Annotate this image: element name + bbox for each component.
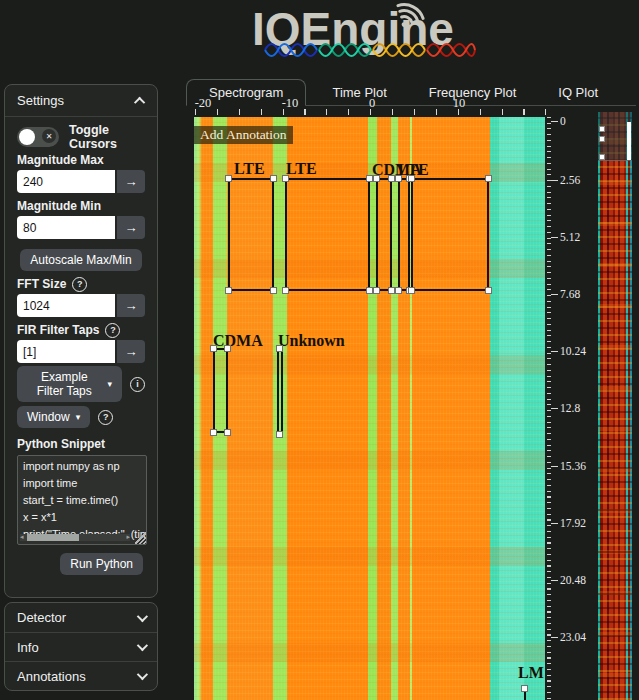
- minimap-scroll-bar[interactable]: [627, 122, 631, 160]
- minimap-handle[interactable]: [599, 126, 605, 132]
- annotation-handle[interactable]: [395, 287, 402, 294]
- annotation-box[interactable]: [285, 178, 370, 291]
- plot-tabs: Spectrogram Time Plot Frequency Plot IQ …: [186, 79, 636, 106]
- iqengine-app: IQEngine Settings: [0, 0, 639, 700]
- annotation-handle[interactable]: [270, 287, 277, 294]
- annotation-handle[interactable]: [282, 287, 289, 294]
- annotation-handle[interactable]: [282, 175, 289, 182]
- waterfall-minimap[interactable]: [598, 112, 632, 700]
- python-snippet-label: Python Snippet: [17, 437, 145, 451]
- arrow-right-icon: →: [125, 344, 138, 359]
- magnitude-max-input[interactable]: [17, 170, 115, 193]
- annotation-handle[interactable]: [408, 287, 415, 294]
- annotation-handle[interactable]: [485, 287, 492, 294]
- arrow-right-icon: →: [125, 220, 138, 235]
- panel-info-label: Info: [17, 640, 39, 655]
- window-label: Window: [27, 410, 70, 424]
- help-icon[interactable]: ?: [98, 410, 113, 425]
- annotation-handle[interactable]: [210, 345, 217, 352]
- y-axis-tick-label: 5.12: [551, 231, 580, 243]
- annotation-label[interactable]: LM: [518, 665, 544, 681]
- annotation-box[interactable]: [376, 178, 392, 291]
- annotation-label[interactable]: LTE: [234, 161, 265, 177]
- example-filter-taps-label: Example Filter Taps: [27, 370, 101, 398]
- minimap-handle[interactable]: [599, 154, 605, 160]
- magnitude-min-input[interactable]: [17, 216, 115, 239]
- fir-filter-taps-input[interactable]: [17, 340, 115, 363]
- minimap-handle[interactable]: [599, 136, 605, 142]
- panel-info[interactable]: Info: [5, 632, 157, 661]
- chevron-up-icon: [134, 96, 145, 107]
- annotation-handle[interactable]: [373, 175, 380, 182]
- resize-grip[interactable]: [135, 533, 146, 544]
- autoscale-button[interactable]: Autoscale Max/Min: [20, 249, 141, 271]
- annotation-handle[interactable]: [521, 685, 528, 692]
- annotation-handle[interactable]: [210, 429, 217, 436]
- y-axis-tick-label: 23.04: [551, 631, 586, 643]
- annotation-box[interactable]: [277, 348, 283, 435]
- settings-panel: Settings ✕ Toggle Cursors Magnitude Max …: [4, 84, 158, 598]
- annotation-handle[interactable]: [276, 345, 283, 352]
- chevron-down-icon: [137, 610, 148, 621]
- run-python-button[interactable]: Run Python: [60, 553, 143, 575]
- annotation-label[interactable]: Unknown: [278, 333, 345, 349]
- info-icon[interactable]: i: [130, 377, 145, 392]
- chevron-down-icon: ▾: [76, 412, 81, 422]
- horizontal-scrollbar[interactable]: ◂ ▸: [20, 534, 130, 541]
- fft-size-submit-button[interactable]: →: [117, 294, 145, 317]
- scroll-right-icon[interactable]: ▸: [126, 533, 130, 541]
- python-snippet-input[interactable]: import numpy as np import time start_t =…: [17, 455, 147, 545]
- annotation-box[interactable]: [398, 178, 410, 291]
- scroll-left-icon[interactable]: ◂: [20, 533, 24, 541]
- x-axis-ticks: [195, 109, 546, 115]
- annotation-label[interactable]: CDMA: [213, 333, 263, 349]
- annotation-handle[interactable]: [366, 175, 373, 182]
- panel-detector[interactable]: Detector: [5, 603, 157, 632]
- spectrogram-canvas[interactable]: Add Annotation LTE LTE CDMA LTE CDMA: [194, 117, 545, 700]
- settings-header[interactable]: Settings: [5, 85, 157, 117]
- annotation-box[interactable]: [411, 178, 489, 291]
- panel-annotations[interactable]: Annotations: [5, 661, 157, 690]
- example-filter-taps-dropdown[interactable]: Example Filter Taps ▾: [17, 366, 122, 402]
- annotation-box[interactable]: [213, 348, 228, 433]
- fft-size-input[interactable]: [17, 294, 115, 317]
- help-icon[interactable]: ?: [105, 323, 120, 338]
- toggle-cursors-label: Toggle Cursors: [69, 123, 145, 151]
- fir-filter-taps-label: FIR Filter Taps: [17, 323, 99, 337]
- tab-frequency-plot[interactable]: Frequency Plot: [413, 80, 532, 105]
- scrollbar-thumb[interactable]: [27, 534, 79, 541]
- help-icon[interactable]: ?: [72, 277, 87, 292]
- annotation-label[interactable]: LTE: [286, 161, 317, 177]
- annotation-handle[interactable]: [388, 175, 395, 182]
- tab-time-plot[interactable]: Time Plot: [316, 80, 402, 105]
- annotation-handle[interactable]: [225, 175, 232, 182]
- annotation-handle[interactable]: [224, 345, 231, 352]
- y-axis-tick-label: 15.36: [551, 460, 586, 472]
- annotation-handle[interactable]: [276, 431, 283, 438]
- chevron-down-icon: [137, 669, 148, 680]
- magnitude-min-submit-button[interactable]: →: [117, 216, 145, 239]
- annotation-handle[interactable]: [388, 287, 395, 294]
- logo-waves: [263, 40, 477, 60]
- annotation-handle[interactable]: [373, 287, 380, 294]
- chevron-down-icon: [137, 640, 148, 651]
- add-annotation-button[interactable]: Add Annotation: [194, 126, 293, 144]
- tab-iq-plot[interactable]: IQ Plot: [542, 80, 614, 105]
- sidebar-collapsed-panels: Detector Info Annotations: [4, 602, 158, 691]
- panel-annotations-label: Annotations: [17, 669, 86, 684]
- toggle-cursors-switch[interactable]: ✕: [17, 127, 59, 147]
- annotation-handle[interactable]: [408, 175, 415, 182]
- fir-filter-taps-submit-button[interactable]: →: [117, 340, 145, 363]
- window-dropdown[interactable]: Window ▾: [17, 406, 90, 428]
- annotation-handle[interactable]: [270, 175, 277, 182]
- annotation-handle[interactable]: [224, 429, 231, 436]
- fft-size-label: FFT Size: [17, 277, 66, 291]
- magnitude-max-submit-button[interactable]: →: [117, 170, 145, 193]
- annotation-box[interactable]: [524, 692, 526, 700]
- annotation-box[interactable]: [228, 178, 274, 291]
- annotation-handle[interactable]: [366, 287, 373, 294]
- y-axis-tick-label: 7.68: [551, 288, 580, 300]
- annotation-handle[interactable]: [225, 287, 232, 294]
- annotation-handle[interactable]: [395, 175, 402, 182]
- annotation-handle[interactable]: [485, 175, 492, 182]
